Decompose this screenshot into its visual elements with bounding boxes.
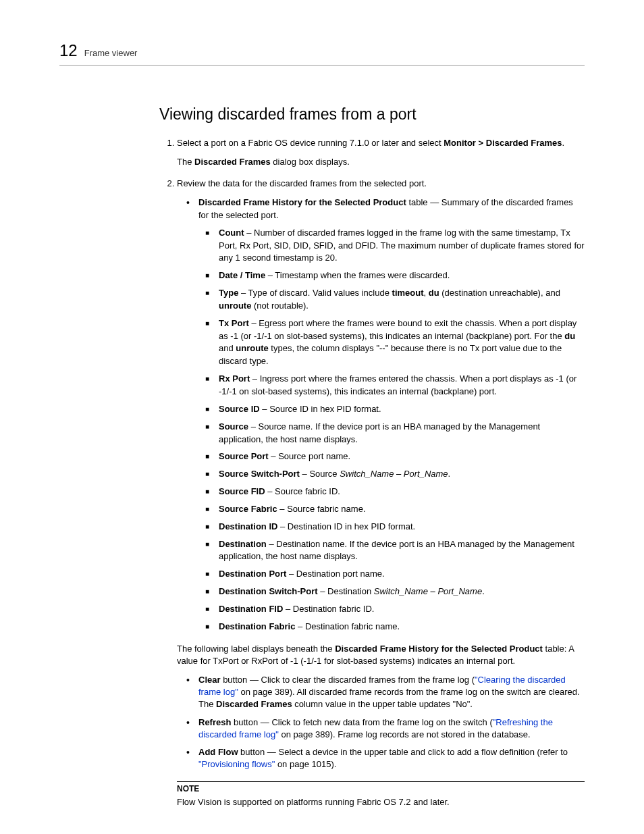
note-label: NOTE bbox=[177, 783, 585, 795]
field-datetime: Date / Time – Timestamp when the frames … bbox=[219, 269, 585, 282]
step-2: Review the data for the discarded frames… bbox=[177, 178, 585, 633]
field-destid: Destination ID – Destination ID in hex P… bbox=[219, 521, 585, 533]
page-title: Viewing discarded frames from a port bbox=[159, 103, 585, 125]
field-destport: Destination Port – Destination port name… bbox=[219, 568, 585, 581]
bullet-history-table: Discarded Frame History for the Selected… bbox=[198, 197, 585, 633]
field-sourceswitchport: Source Switch-Port – Source Switch_Name … bbox=[219, 468, 585, 481]
step-1: Select a port on a Fabric OS device runn… bbox=[177, 137, 585, 168]
field-sourceid: Source ID – Source ID in hex PID format. bbox=[219, 403, 585, 416]
field-sourcefid: Source FID – Source fabric ID. bbox=[219, 486, 585, 498]
link-provisioning-flows[interactable]: "Provisioning flows" bbox=[198, 759, 275, 769]
note-text: Flow Vision is supported on platforms ru… bbox=[177, 796, 585, 808]
note-rule bbox=[177, 781, 585, 782]
header-section: Frame viewer bbox=[84, 47, 138, 59]
note-block: NOTE Flow Vision is supported on platfor… bbox=[177, 781, 585, 808]
page-number: 12 bbox=[59, 39, 78, 62]
field-list: Count – Number of discarded frames logge… bbox=[198, 227, 585, 633]
field-dest: Destination – Destination name. If the d… bbox=[219, 538, 585, 564]
field-txport: Tx Port – Egress port where the frames w… bbox=[219, 317, 585, 368]
button-bullets: Clear button — Click to clear the discar… bbox=[159, 674, 585, 771]
step2-bullets: Discarded Frame History for the Selected… bbox=[177, 197, 585, 633]
step2-text: Review the data for the discarded frames… bbox=[177, 178, 427, 188]
field-type: Type – Type of discard. Valid values inc… bbox=[219, 287, 585, 313]
page-header: 12 Frame viewer bbox=[59, 39, 585, 66]
field-destfid: Destination FID – Destination fabric ID. bbox=[219, 603, 585, 616]
field-count: Count – Number of discarded frames logge… bbox=[219, 227, 585, 265]
bullet-refresh-button: Refresh button — Click to fetch new data… bbox=[198, 716, 585, 741]
steps-list: Select a port on a Fabric OS device runn… bbox=[159, 137, 585, 633]
field-destfabric: Destination Fabric – Destination fabric … bbox=[219, 621, 585, 633]
field-destswitchport: Destination Switch-Port – Destination Sw… bbox=[219, 585, 585, 598]
field-sourcefabric: Source Fabric – Source fabric name. bbox=[219, 503, 585, 516]
main-content: Viewing discarded frames from a port Sel… bbox=[159, 103, 585, 809]
bullet-addflow-button: Add Flow button — Select a device in the… bbox=[198, 746, 585, 771]
step1-text: Select a port on a Fabric OS device runn… bbox=[177, 138, 564, 148]
step1-sub: The Discarded Frames dialog box displays… bbox=[177, 156, 585, 168]
label-note-paragraph: The following label displays beneath the… bbox=[177, 643, 585, 667]
field-rxport: Rx Port – Ingress port where the frames … bbox=[219, 373, 585, 398]
field-sourceport: Source Port – Source port name. bbox=[219, 450, 585, 463]
field-source: Source – Source name. If the device port… bbox=[219, 421, 585, 446]
bullet-clear-button: Clear button — Click to clear the discar… bbox=[198, 674, 585, 711]
